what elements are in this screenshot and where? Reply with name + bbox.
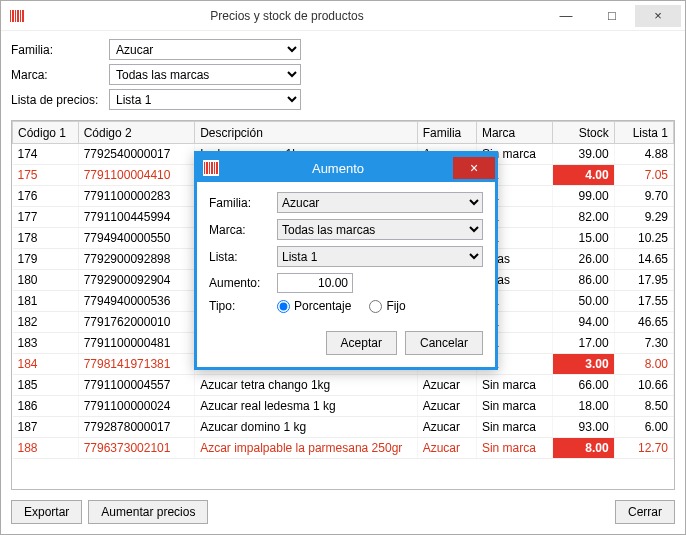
cell-c1[interactable]: 184 — [13, 354, 79, 375]
cell-c2[interactable]: 7791100000024 — [78, 396, 195, 417]
table-row[interactable]: 1887796373002101Azcar impalpable la parm… — [13, 438, 674, 459]
radio-fijo-input[interactable] — [369, 300, 382, 313]
cell-fam[interactable]: Azucar — [417, 417, 476, 438]
cell-c2[interactable]: 7791100000481 — [78, 333, 195, 354]
cell-stock[interactable]: 66.00 — [553, 375, 614, 396]
cell-price[interactable]: 46.65 — [614, 312, 673, 333]
cell-desc[interactable]: Azucar real ledesma 1 kg — [195, 396, 417, 417]
cell-marca[interactable]: Sin marca — [476, 438, 552, 459]
lista-select[interactable]: Lista 1 — [109, 89, 301, 110]
cell-stock[interactable]: 50.00 — [553, 291, 614, 312]
col-codigo1[interactable]: Código 1 — [13, 122, 79, 144]
cell-desc[interactable]: Azucar domino 1 kg — [195, 417, 417, 438]
aumentar-precios-button[interactable]: Aumentar precios — [88, 500, 208, 524]
cell-price[interactable]: 8.00 — [614, 354, 673, 375]
cell-stock[interactable]: 4.00 — [553, 165, 614, 186]
cell-fam[interactable]: Azucar — [417, 375, 476, 396]
cell-c2[interactable]: 7792900092898 — [78, 249, 195, 270]
col-lista1[interactable]: Lista 1 — [614, 122, 673, 144]
cell-price[interactable]: 9.29 — [614, 207, 673, 228]
cell-stock[interactable]: 94.00 — [553, 312, 614, 333]
cell-c1[interactable]: 185 — [13, 375, 79, 396]
cell-price[interactable]: 14.65 — [614, 249, 673, 270]
cell-c1[interactable]: 179 — [13, 249, 79, 270]
cell-c2[interactable]: 7794940000550 — [78, 228, 195, 249]
cell-stock[interactable]: 26.00 — [553, 249, 614, 270]
col-codigo2[interactable]: Código 2 — [78, 122, 195, 144]
cell-c1[interactable]: 186 — [13, 396, 79, 417]
cell-price[interactable]: 10.25 — [614, 228, 673, 249]
cell-stock[interactable]: 99.00 — [553, 186, 614, 207]
cell-c1[interactable]: 178 — [13, 228, 79, 249]
maximize-button[interactable]: □ — [589, 5, 635, 27]
cell-c2[interactable]: 7791100004410 — [78, 165, 195, 186]
col-marca[interactable]: Marca — [476, 122, 552, 144]
cell-stock[interactable]: 18.00 — [553, 396, 614, 417]
cell-c2[interactable]: 7792900092904 — [78, 270, 195, 291]
cell-marca[interactable]: Sin marca — [476, 396, 552, 417]
radio-porcentaje-input[interactable] — [277, 300, 290, 313]
cell-price[interactable]: 10.66 — [614, 375, 673, 396]
cell-price[interactable]: 9.70 — [614, 186, 673, 207]
cell-desc[interactable]: Azucar tetra chango 1kg — [195, 375, 417, 396]
dialog-familia-select[interactable]: Azucar — [277, 192, 483, 213]
cell-c1[interactable]: 183 — [13, 333, 79, 354]
cell-stock[interactable]: 39.00 — [553, 144, 614, 165]
dialog-lista-select[interactable]: Lista 1 — [277, 246, 483, 267]
cell-marca[interactable]: Sin marca — [476, 417, 552, 438]
cell-c1[interactable]: 182 — [13, 312, 79, 333]
cell-c1[interactable]: 177 — [13, 207, 79, 228]
dialog-marca-select[interactable]: Todas las marcas — [277, 219, 483, 240]
exportar-button[interactable]: Exportar — [11, 500, 82, 524]
cell-c1[interactable]: 175 — [13, 165, 79, 186]
cell-stock[interactable]: 82.00 — [553, 207, 614, 228]
close-button[interactable]: × — [635, 5, 681, 27]
cell-stock[interactable]: 15.00 — [553, 228, 614, 249]
cell-price[interactable]: 6.00 — [614, 417, 673, 438]
cell-c1[interactable]: 181 — [13, 291, 79, 312]
cell-stock[interactable]: 8.00 — [553, 438, 614, 459]
cell-fam[interactable]: Azucar — [417, 396, 476, 417]
cell-stock[interactable]: 3.00 — [553, 354, 614, 375]
cell-c1[interactable]: 176 — [13, 186, 79, 207]
cell-price[interactable]: 7.30 — [614, 333, 673, 354]
aceptar-button[interactable]: Aceptar — [326, 331, 397, 355]
cell-c2[interactable]: 7792540000017 — [78, 144, 195, 165]
cell-c2[interactable]: 7791762000010 — [78, 312, 195, 333]
col-familia[interactable]: Familia — [417, 122, 476, 144]
cell-c2[interactable]: 7798141971381 — [78, 354, 195, 375]
cell-stock[interactable]: 86.00 — [553, 270, 614, 291]
cell-c2[interactable]: 7796373002101 — [78, 438, 195, 459]
dialog-aumento-input[interactable] — [277, 273, 353, 293]
cell-price[interactable]: 17.95 — [614, 270, 673, 291]
cell-c2[interactable]: 7791100004557 — [78, 375, 195, 396]
marca-select[interactable]: Todas las marcas — [109, 64, 301, 85]
table-row[interactable]: 1877792878000017Azucar domino 1 kgAzucar… — [13, 417, 674, 438]
cell-c2[interactable]: 7791100445994 — [78, 207, 195, 228]
cell-c1[interactable]: 174 — [13, 144, 79, 165]
cell-c2[interactable]: 7791100000283 — [78, 186, 195, 207]
dialog-radio-fijo[interactable]: Fijo — [369, 299, 405, 313]
cell-c1[interactable]: 188 — [13, 438, 79, 459]
col-stock[interactable]: Stock — [553, 122, 614, 144]
cell-marca[interactable]: Sin marca — [476, 375, 552, 396]
minimize-button[interactable]: — — [543, 5, 589, 27]
cell-price[interactable]: 7.05 — [614, 165, 673, 186]
dialog-close-button[interactable]: × — [453, 157, 495, 179]
cell-stock[interactable]: 93.00 — [553, 417, 614, 438]
cancelar-button[interactable]: Cancelar — [405, 331, 483, 355]
cell-desc[interactable]: Azcar impalpable la parmesana 250gr — [195, 438, 417, 459]
familia-select[interactable]: Azucar — [109, 39, 301, 60]
cell-c2[interactable]: 7792878000017 — [78, 417, 195, 438]
cell-stock[interactable]: 17.00 — [553, 333, 614, 354]
cell-c2[interactable]: 7794940000536 — [78, 291, 195, 312]
cell-fam[interactable]: Azucar — [417, 438, 476, 459]
cell-c1[interactable]: 187 — [13, 417, 79, 438]
cell-price[interactable]: 8.50 — [614, 396, 673, 417]
col-descripcion[interactable]: Descripción — [195, 122, 417, 144]
cerrar-button[interactable]: Cerrar — [615, 500, 675, 524]
dialog-radio-porcentaje[interactable]: Porcentaje — [277, 299, 351, 313]
cell-price[interactable]: 4.88 — [614, 144, 673, 165]
dialog-titlebar[interactable]: Aumento × — [197, 154, 495, 182]
cell-price[interactable]: 12.70 — [614, 438, 673, 459]
